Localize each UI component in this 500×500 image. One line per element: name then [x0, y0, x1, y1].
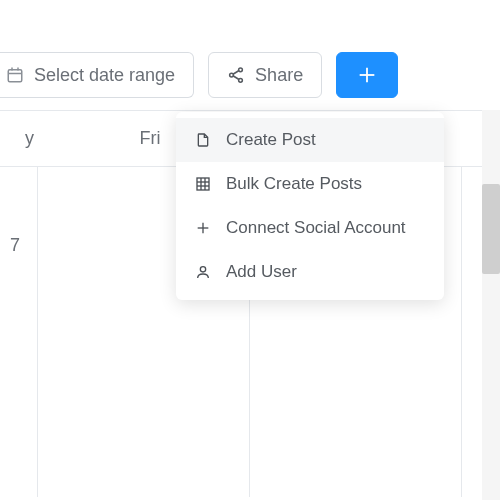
user-icon — [194, 264, 212, 280]
share-label: Share — [255, 65, 303, 86]
add-menu: Create Post Bulk Create Posts Connect So… — [176, 112, 444, 300]
menu-item-label: Create Post — [226, 130, 316, 150]
date-range-label: Select date range — [34, 65, 175, 86]
menu-item-label: Connect Social Account — [226, 218, 406, 238]
svg-line-8 — [233, 76, 239, 80]
day-header-partial: y — [0, 128, 38, 149]
file-icon — [194, 132, 212, 148]
scrollbar-thumb[interactable] — [482, 184, 500, 274]
day-number: 7 — [10, 235, 20, 256]
calendar-icon — [6, 66, 24, 84]
svg-rect-0 — [8, 70, 22, 82]
svg-line-7 — [233, 71, 239, 75]
scrollbar-track[interactable] — [482, 110, 500, 500]
share-button[interactable]: Share — [208, 52, 322, 98]
menu-item-create-post[interactable]: Create Post — [176, 118, 444, 162]
calendar-cell[interactable]: 7 — [0, 167, 38, 497]
plus-icon — [356, 64, 378, 86]
plus-icon — [194, 220, 212, 236]
menu-item-label: Bulk Create Posts — [226, 174, 362, 194]
share-icon — [227, 66, 245, 84]
svg-point-18 — [200, 267, 205, 272]
menu-item-connect-account[interactable]: Connect Social Account — [176, 206, 444, 250]
menu-item-bulk-create[interactable]: Bulk Create Posts — [176, 162, 444, 206]
grid-icon — [194, 176, 212, 192]
menu-item-add-user[interactable]: Add User — [176, 250, 444, 294]
menu-item-label: Add User — [226, 262, 297, 282]
date-range-button[interactable]: Select date range — [0, 52, 194, 98]
toolbar: Select date range Share — [0, 0, 500, 110]
add-button[interactable] — [336, 52, 398, 98]
svg-rect-11 — [197, 178, 209, 190]
